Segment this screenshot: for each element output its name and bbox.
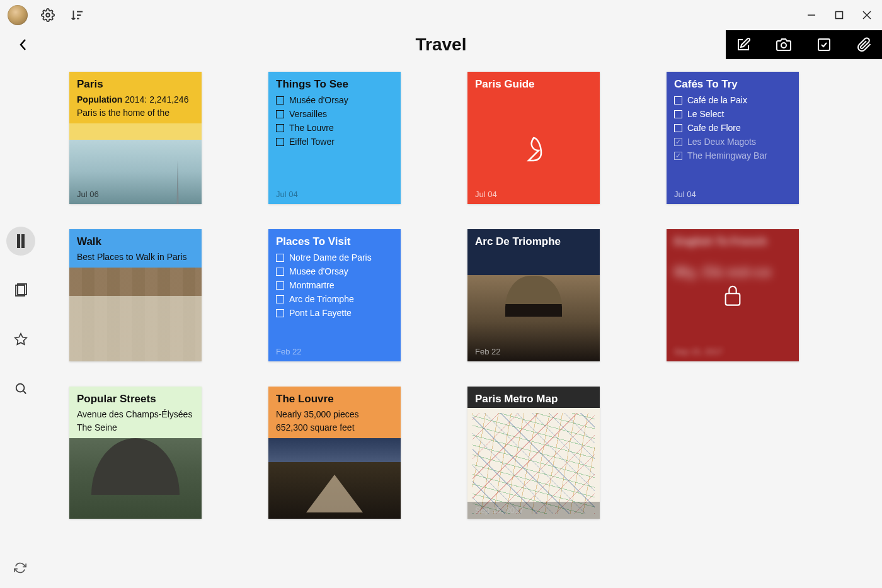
checkbox-icon[interactable] <box>674 96 682 105</box>
note-card-paris-guide[interactable]: Paris Guide Jul 04 <box>467 72 600 204</box>
checkbox-icon[interactable] <box>276 124 284 132</box>
camera-button[interactable] <box>775 36 793 54</box>
checkbox-icon[interactable] <box>276 138 284 146</box>
compose-button[interactable] <box>735 36 752 54</box>
card-title: Places To Visit <box>268 229 401 251</box>
close-button[interactable] <box>859 8 874 23</box>
card-title: Things To See <box>268 72 401 93</box>
avatar[interactable] <box>8 5 28 25</box>
star-icon <box>14 332 28 346</box>
action-bar <box>726 30 882 59</box>
card-title: Arc De Triomphe <box>467 229 568 251</box>
body-rest: 2014: 2,241,246 <box>122 94 188 105</box>
paperclip-icon <box>857 37 872 52</box>
checklist-item: Cafe de Flore <box>674 121 791 135</box>
item-text: Pont La Fayette <box>289 308 352 318</box>
svg-point-0 <box>46 13 50 17</box>
item-text: Le Select <box>687 109 724 119</box>
checklist-item: Le Select <box>674 107 791 121</box>
checkbox-icon[interactable] <box>276 281 284 290</box>
item-text: The Louvre <box>289 123 334 133</box>
card-image <box>69 268 202 361</box>
rail-starred-button[interactable] <box>6 325 35 354</box>
checkbox-icon[interactable] <box>276 309 284 317</box>
card-body: Nearly 35,000 pieces 652,300 square feet <box>268 408 401 434</box>
card-title: Paris <box>69 72 202 93</box>
note-card-locked[interactable]: English To French My, Où est-ce Sep 15, … <box>667 229 799 361</box>
card-date: Feb 22 <box>475 347 500 356</box>
notes-icon <box>14 283 28 297</box>
checkbox-icon[interactable] <box>276 254 284 262</box>
gear-icon <box>41 8 55 22</box>
svg-rect-2 <box>836 12 843 19</box>
rail-notebooks-button[interactable] <box>6 227 35 256</box>
checkbox-icon[interactable] <box>674 124 682 132</box>
item-text: Eiffel Tower <box>289 137 335 147</box>
checkbox-icon[interactable] <box>276 268 284 276</box>
checklist-item: The Louvre <box>276 121 393 135</box>
card-title: Walk <box>69 229 202 251</box>
body-line2: Paris is the home of the <box>77 106 194 120</box>
rail-notes-button[interactable] <box>6 276 35 305</box>
note-card-metro[interactable]: Paris Metro Map Sep 15, 2017 <box>467 387 600 519</box>
body-label: Population <box>77 94 122 105</box>
svg-point-5 <box>781 43 786 48</box>
checklist-button[interactable] <box>815 36 833 54</box>
checkbox-icon[interactable] <box>674 152 682 160</box>
minimize-button[interactable] <box>804 8 819 23</box>
back-button[interactable] <box>9 30 38 59</box>
sync-button[interactable] <box>11 559 29 577</box>
item-text: Les Deux Magots <box>687 137 756 147</box>
notebook-icon <box>15 234 26 248</box>
checklist-item: Arc de Triomphe <box>276 292 393 306</box>
item-text: Musee d'Orsay <box>289 266 348 276</box>
checkbox-icon[interactable] <box>674 138 682 146</box>
top-left-controls <box>8 5 86 25</box>
window-controls <box>804 8 874 23</box>
note-card-things-to-see[interactable]: Things To See Musée d'Orsay Versailles T… <box>268 72 401 204</box>
notes-grid: Paris Population 2014: 2,241,246 Paris i… <box>69 72 844 519</box>
card-date: Jul 04 <box>475 189 497 199</box>
maximize-icon <box>835 11 844 20</box>
maximize-button[interactable] <box>832 8 847 23</box>
sync-icon <box>14 562 26 574</box>
checklist: Notre Dame de Paris Musee d'Orsay Montma… <box>268 251 401 320</box>
left-rail <box>6 227 35 403</box>
note-card-louvre[interactable]: The Louvre Nearly 35,000 pieces 652,300 … <box>268 387 401 519</box>
item-text: Café de la Paix <box>687 95 747 105</box>
checklist-item: Versailles <box>276 107 393 121</box>
card-date: Jul 04 <box>674 189 696 199</box>
card-date: Feb 22 <box>276 347 301 356</box>
svg-point-12 <box>16 384 25 392</box>
note-card-paris[interactable]: Paris Population 2014: 2,241,246 Paris i… <box>69 72 202 204</box>
note-card-streets[interactable]: Popular Streets Avenue des Champs-Élysée… <box>69 387 202 519</box>
page-title: Travel <box>416 35 467 55</box>
pdf-icon <box>515 132 553 169</box>
item-text: Versailles <box>289 109 327 119</box>
attach-button[interactable] <box>856 36 873 54</box>
locked-overlay <box>667 229 799 361</box>
lock-icon <box>722 283 743 308</box>
close-icon <box>862 11 871 20</box>
sort-icon <box>70 8 84 22</box>
svg-rect-14 <box>726 293 740 305</box>
card-date: Jul 04 <box>276 189 298 199</box>
card-pdf-image <box>467 97 600 204</box>
checkbox-icon[interactable] <box>276 295 284 303</box>
note-card-walk[interactable]: Walk Best Places to Walk in Paris <box>69 229 202 361</box>
note-card-cafes[interactable]: Cafés To Try Café de la Paix Le Select C… <box>667 72 799 204</box>
note-card-arc[interactable]: Arc De Triomphe Feb 22 <box>467 229 600 361</box>
checkbox-icon[interactable] <box>674 110 682 118</box>
sort-button[interactable] <box>68 6 86 24</box>
search-icon <box>14 382 28 395</box>
checkbox-icon[interactable] <box>276 96 284 105</box>
note-card-places[interactable]: Places To Visit Notre Dame de Paris Muse… <box>268 229 401 361</box>
card-body: Avenue des Champs-Élysées The Seine <box>69 408 202 434</box>
checklist: Musée d'Orsay Versailles The Louvre Eiff… <box>268 93 401 149</box>
rail-search-button[interactable] <box>6 374 35 403</box>
card-title: Cafés To Try <box>667 72 799 93</box>
checkbox-icon[interactable] <box>276 110 284 118</box>
item-text: Cafe de Flore <box>687 123 741 133</box>
settings-button[interactable] <box>39 6 57 24</box>
card-date: Jul 06 <box>77 189 99 199</box>
